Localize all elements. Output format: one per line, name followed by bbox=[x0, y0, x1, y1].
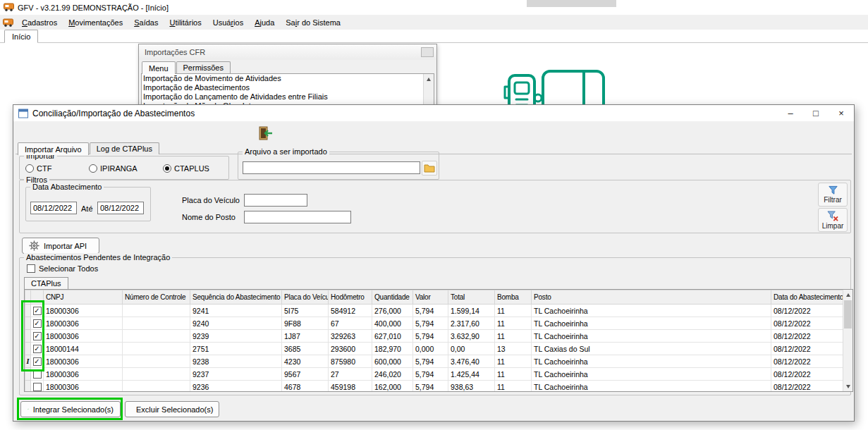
grid-cell[interactable]: 08/12/2022 bbox=[771, 381, 843, 393]
row-checkbox[interactable]: ✓ bbox=[33, 357, 42, 366]
placa-input[interactable] bbox=[244, 194, 307, 207]
grid-cell[interactable]: 11 bbox=[495, 317, 532, 330]
tab-inicio[interactable]: Início bbox=[4, 30, 38, 43]
grid-cell[interactable]: 5,794 bbox=[413, 317, 448, 330]
grid-cell[interactable]: TL Caxias do Sul bbox=[532, 343, 771, 355]
grid-column-header[interactable]: Placa do Veículo bbox=[282, 290, 329, 305]
grid-cell[interactable]: 3.476,40 bbox=[448, 355, 495, 368]
grid-cell[interactable]: 3.632,90 bbox=[448, 330, 495, 343]
grid-cell[interactable]: 18000306 bbox=[44, 305, 123, 317]
grid-cell[interactable]: 246,020 bbox=[372, 368, 413, 381]
row-selector[interactable] bbox=[25, 305, 31, 317]
grid-column-header[interactable]: Quantidade bbox=[372, 290, 413, 305]
grid-cell[interactable]: 400,000 bbox=[372, 317, 413, 330]
row-selector[interactable] bbox=[25, 330, 31, 343]
grid-cell[interactable]: 276,000 bbox=[372, 305, 413, 317]
grid-cell[interactable]: 0,00 bbox=[448, 343, 495, 355]
scroll-up-icon[interactable] bbox=[843, 290, 852, 300]
grid-cell[interactable]: 08/12/2022 bbox=[771, 343, 843, 355]
grid-cell[interactable]: 600,000 bbox=[372, 355, 413, 368]
grid-cell[interactable]: TL Cachoeirinha bbox=[532, 355, 771, 368]
grid-cell[interactable]: 1J87 bbox=[282, 330, 329, 343]
grid-column-header[interactable]: Sequência do Abastecimento bbox=[190, 290, 282, 305]
grid-cell[interactable]: 9239 bbox=[190, 330, 282, 343]
grid-cell[interactable]: 67 bbox=[329, 317, 372, 330]
menu-item-usu-rios[interactable]: Usuários bbox=[207, 16, 249, 29]
grid-cell[interactable]: 9238 bbox=[190, 355, 282, 368]
grid-column-header[interactable]: Número de Controle bbox=[123, 290, 190, 305]
menu-item-sair-do-sistema[interactable]: Sair do Sistema bbox=[280, 16, 346, 29]
grid-cell[interactable]: 11 bbox=[495, 355, 532, 368]
grid-cell[interactable]: 5I75 bbox=[282, 305, 329, 317]
row-checkbox[interactable] bbox=[33, 383, 42, 391]
grid-cell[interactable]: 293600 bbox=[329, 343, 372, 355]
row-selector[interactable] bbox=[25, 368, 31, 381]
row-checkbox[interactable] bbox=[33, 370, 42, 379]
grid-cell[interactable]: TL Cachoeirinha bbox=[532, 330, 771, 343]
grid-cell[interactable]: 08/12/2022 bbox=[771, 317, 843, 330]
grid-cell[interactable] bbox=[123, 343, 190, 355]
exit-button[interactable] bbox=[256, 124, 274, 142]
grid-cell[interactable]: 9567 bbox=[282, 368, 329, 381]
grid-cell[interactable]: 08/12/2022 bbox=[771, 368, 843, 381]
grid-column-header[interactable]: Posto bbox=[532, 290, 771, 305]
cfr-list-item[interactable]: Importação do Lançamento de Atividades e… bbox=[142, 92, 434, 102]
scrollbar-thumb[interactable] bbox=[844, 300, 852, 328]
radio-ctaplus[interactable]: CTAPLUS bbox=[163, 164, 209, 173]
cfr-list-item[interactable]: Importação de Abastecimentos bbox=[142, 83, 434, 92]
grid-cell[interactable] bbox=[123, 381, 190, 393]
row-selector[interactable] bbox=[25, 343, 31, 355]
grid-column-header[interactable]: Total bbox=[448, 290, 495, 305]
grid-column-header[interactable]: Hodômetro bbox=[329, 290, 372, 305]
row-checkbox[interactable]: ✓ bbox=[33, 307, 42, 315]
menu-item-sa-das[interactable]: Saídas bbox=[128, 16, 164, 29]
grid-cell[interactable]: 18000306 bbox=[44, 330, 123, 343]
row-checkbox[interactable]: ✓ bbox=[33, 345, 42, 353]
grid-column-header[interactable]: CNPJ bbox=[44, 290, 123, 305]
grid-cell[interactable]: 938,63 bbox=[448, 381, 495, 393]
grid-cell[interactable]: 27 bbox=[329, 368, 372, 381]
radio-ipiranga[interactable]: IPIRANGA bbox=[89, 164, 137, 173]
browse-folder-button[interactable] bbox=[422, 161, 437, 176]
grid-cell[interactable]: 5,794 bbox=[413, 368, 448, 381]
row-checkbox-cell[interactable]: ✓ bbox=[31, 305, 44, 317]
grid-cell[interactable]: 459198 bbox=[329, 381, 372, 393]
radio-ctf[interactable]: CTF bbox=[25, 164, 51, 173]
grid-cell[interactable]: 18000144 bbox=[44, 343, 123, 355]
scroll-down-icon[interactable] bbox=[843, 381, 852, 391]
cfr-tab-permissoes[interactable]: Permissões bbox=[176, 61, 231, 73]
tab-log-ctaplus[interactable]: Log de CTAPlus bbox=[90, 142, 159, 154]
integrar-button[interactable]: Integrar Selecionado(s) bbox=[20, 401, 121, 417]
select-all-checkbox[interactable] bbox=[27, 264, 35, 273]
grid-cell[interactable]: 5,794 bbox=[413, 381, 448, 393]
grid-cell[interactable]: 1.425,44 bbox=[448, 368, 495, 381]
limpar-button[interactable]: Limpar bbox=[818, 208, 848, 232]
grid-column-header[interactable]: Data do Abastecimento bbox=[771, 290, 843, 305]
data-to-input[interactable] bbox=[97, 202, 144, 214]
row-selector[interactable] bbox=[25, 381, 31, 393]
grid-cell[interactable]: 9240 bbox=[190, 317, 282, 330]
row-checkbox-cell[interactable] bbox=[31, 381, 44, 393]
grid-cell[interactable]: 9241 bbox=[190, 305, 282, 317]
grid-cell[interactable]: 08/12/2022 bbox=[771, 355, 843, 368]
grid-cell[interactable]: 162,000 bbox=[372, 381, 413, 393]
close-button[interactable]: × bbox=[829, 105, 854, 121]
grid-cell[interactable]: 4678 bbox=[282, 381, 329, 393]
grid-cell[interactable]: TL Cachoeirinha bbox=[532, 368, 771, 381]
grid-cell[interactable]: 11 bbox=[495, 330, 532, 343]
grid-column-header[interactable]: Valor bbox=[413, 290, 448, 305]
grid-cell[interactable] bbox=[123, 355, 190, 368]
grid-cell[interactable] bbox=[123, 317, 190, 330]
menu-item-utilit-rios[interactable]: Utilitários bbox=[164, 16, 207, 29]
grid-cell[interactable]: 08/12/2022 bbox=[771, 330, 843, 343]
row-checkbox[interactable]: ✓ bbox=[33, 319, 42, 328]
grid-cell[interactable]: 9236 bbox=[190, 381, 282, 393]
tab-ctaplus[interactable]: CTAPlus bbox=[24, 277, 68, 289]
grid-cell[interactable]: 1.599,14 bbox=[448, 305, 495, 317]
grid-cell[interactable]: 4230 bbox=[282, 355, 329, 368]
grid-cell[interactable]: 11 bbox=[495, 381, 532, 393]
minimize-button[interactable]: – bbox=[778, 105, 803, 121]
row-checkbox-cell[interactable] bbox=[31, 368, 44, 381]
grid-cell[interactable]: TL Cachoeirinha bbox=[532, 381, 771, 393]
grid-cell[interactable]: 2751 bbox=[190, 343, 282, 355]
